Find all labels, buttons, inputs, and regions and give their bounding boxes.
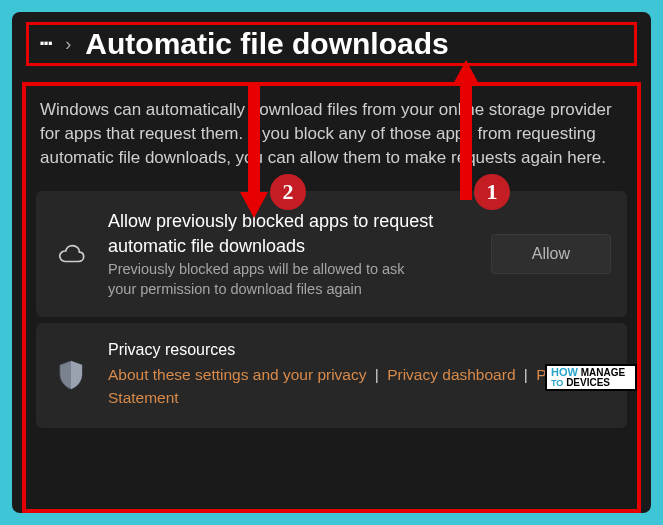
chevron-right-icon: ›: [65, 34, 71, 55]
allow-card-subtitle: Previously blocked apps will be allowed …: [108, 260, 428, 299]
allow-card-title: Allow previously blocked apps to request…: [108, 209, 473, 258]
annotation-badge-2: 2: [270, 174, 306, 210]
cloud-icon: [52, 243, 90, 265]
watermark-logo: HOW MANAGE TO DEVICES: [545, 364, 637, 391]
page-description: Windows can automatically download files…: [36, 96, 627, 183]
page-title: Automatic file downloads: [85, 27, 448, 61]
watermark-devices: DEVICES: [566, 377, 610, 388]
privacy-dashboard-link[interactable]: Privacy dashboard: [387, 366, 515, 383]
allow-button[interactable]: Allow: [491, 234, 611, 274]
watermark-to: TO: [551, 378, 563, 388]
privacy-card-title: Privacy resources: [108, 341, 611, 359]
shield-icon: [52, 360, 90, 390]
svg-marker-1: [240, 82, 268, 218]
annotation-arrow-down: [238, 82, 270, 218]
privacy-resources-card: Privacy resources About these settings a…: [36, 323, 627, 428]
annotation-badge-1: 1: [474, 174, 510, 210]
svg-marker-0: [452, 60, 480, 200]
more-icon[interactable]: ···: [39, 31, 51, 57]
annotation-arrow-up: [450, 60, 482, 200]
privacy-links: About these settings and your privacy | …: [108, 363, 611, 410]
header-bar: ··· › Automatic file downloads: [12, 12, 651, 74]
privacy-card-body: Privacy resources About these settings a…: [108, 341, 611, 410]
settings-window: ··· › Automatic file downloads Windows c…: [12, 12, 651, 513]
allow-blocked-apps-card: Allow previously blocked apps to request…: [36, 191, 627, 317]
content-highlight-box: Windows can automatically download files…: [22, 82, 641, 513]
divider-icon: |: [524, 366, 528, 383]
about-settings-link[interactable]: About these settings and your privacy: [108, 366, 366, 383]
divider-icon: |: [375, 366, 379, 383]
allow-card-body: Allow previously blocked apps to request…: [108, 209, 473, 299]
header-highlight-box: ··· › Automatic file downloads: [26, 22, 637, 66]
